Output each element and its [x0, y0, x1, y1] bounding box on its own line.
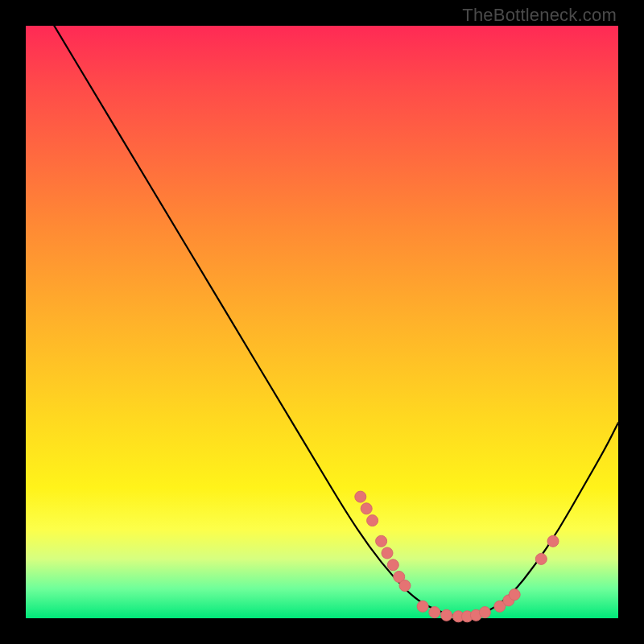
watermark-text: TheBottleneck.com	[462, 5, 617, 26]
curve-markers	[355, 491, 559, 622]
bottleneck-curve	[26, 0, 618, 617]
curve-marker	[417, 601, 428, 612]
curve-marker	[547, 535, 559, 547]
chart-svg	[26, 26, 618, 618]
curve-marker	[376, 535, 387, 547]
curve-marker	[509, 589, 520, 601]
curve-marker	[479, 607, 490, 618]
curve-marker	[367, 515, 378, 526]
curve-marker	[441, 609, 452, 621]
curve-marker	[429, 607, 440, 618]
curve-marker	[382, 547, 393, 559]
curve-marker	[387, 559, 398, 571]
curve-marker	[535, 553, 547, 564]
curve-marker	[399, 580, 411, 592]
curve-marker	[361, 503, 372, 514]
curve-marker	[355, 491, 366, 502]
chart-frame	[26, 26, 618, 618]
